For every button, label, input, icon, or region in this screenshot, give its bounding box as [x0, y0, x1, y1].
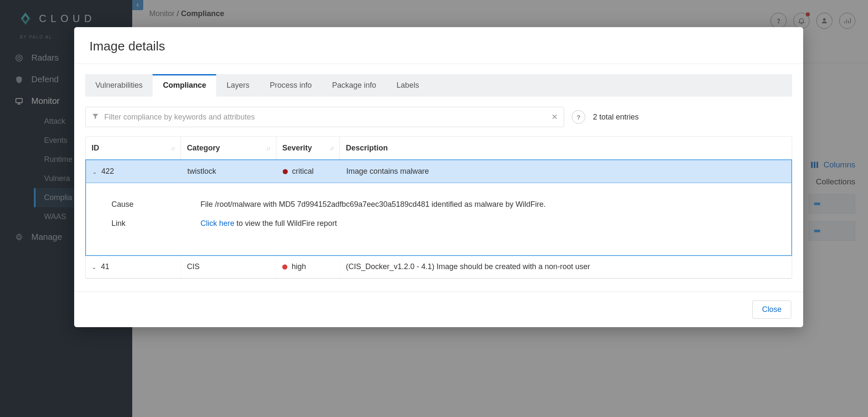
compliance-table: ID ↓↑ Category ↓↑ Severity ↓↑ Descriptio… — [85, 136, 792, 279]
filter-icon — [92, 112, 99, 122]
table-header: ID ↓↑ Category ↓↑ Severity ↓↑ Descriptio… — [86, 137, 792, 160]
tab-compliance[interactable]: Compliance — [153, 74, 216, 97]
sort-icon: ↓↑ — [171, 145, 175, 151]
entries-count: 2 total entries — [593, 113, 639, 122]
cell-category: CIS — [181, 256, 276, 278]
modal-title: Image details — [74, 27, 803, 64]
filter-box[interactable]: ✕ — [85, 107, 564, 127]
cell-severity: high — [276, 256, 340, 278]
detail-cause: Cause File /root/malware with MD5 7d9941… — [111, 200, 780, 209]
cell-severity: critical — [277, 160, 340, 183]
wildfire-report-link[interactable]: Click here — [200, 219, 234, 228]
cell-category: twistlock — [181, 160, 277, 183]
tab-process-info[interactable]: Process info — [259, 74, 322, 97]
tab-package-info[interactable]: Package info — [322, 74, 387, 97]
cell-id: ⌃ 422 — [86, 160, 181, 183]
cell-description: Image contains malware — [340, 160, 791, 183]
cell-id: ⌄ 41 — [86, 256, 181, 278]
modal-footer: Close — [74, 292, 803, 327]
sort-icon: ↓↑ — [266, 145, 270, 151]
image-details-modal: Image details Vulnerabilities Compliance… — [74, 27, 803, 327]
modal-tabs: Vulnerabilities Compliance Layers Proces… — [85, 74, 792, 97]
tab-vulnerabilities[interactable]: Vulnerabilities — [85, 74, 153, 97]
table-row[interactable]: ⌄ 41 CIS high (CIS_Docker_v1.2.0 - 4.1) … — [86, 256, 792, 278]
th-category[interactable]: Category ↓↑ — [181, 137, 276, 159]
filter-row: ✕ ? 2 total entries — [85, 107, 792, 127]
sort-icon: ↓↑ — [330, 145, 334, 151]
tab-layers[interactable]: Layers — [216, 74, 259, 97]
chevron-down-icon[interactable]: ⌄ — [92, 264, 97, 270]
row-detail-panel: Cause File /root/malware with MD5 7d9941… — [85, 183, 792, 256]
filter-help-icon[interactable]: ? — [572, 110, 585, 124]
chevron-up-icon[interactable]: ⌃ — [92, 168, 97, 175]
severity-critical-icon — [283, 169, 288, 174]
th-id[interactable]: ID ↓↑ — [86, 137, 181, 159]
th-description[interactable]: Description — [340, 137, 792, 159]
table-row[interactable]: ⌃ 422 twistlock critical Image contains … — [85, 159, 792, 183]
cell-description: (CIS_Docker_v1.2.0 - 4.1) Image should b… — [340, 256, 792, 278]
modal-body: Vulnerabilities Compliance Layers Proces… — [74, 64, 803, 292]
detail-link: Link Click here to view the full WildFir… — [111, 219, 780, 228]
tab-labels[interactable]: Labels — [387, 74, 429, 97]
th-severity[interactable]: Severity ↓↑ — [276, 137, 340, 159]
close-button[interactable]: Close — [752, 300, 791, 319]
filter-input[interactable] — [104, 113, 546, 122]
severity-high-icon — [282, 264, 287, 270]
clear-filter-icon[interactable]: ✕ — [551, 112, 558, 122]
